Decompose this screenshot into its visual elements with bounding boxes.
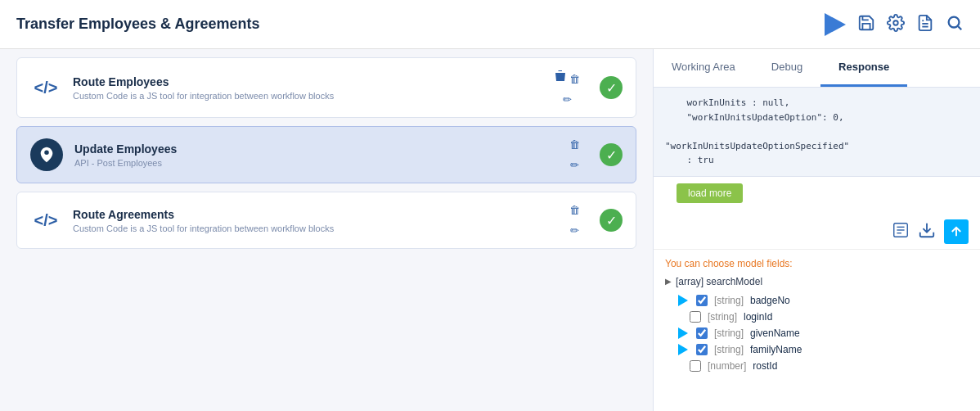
delete-button[interactable]: 🗑 [569,204,580,216]
field-row-familyName: [string] familyName [665,341,969,358]
model-fields-panel: You can choose model fields: ▶ [array] s… [654,250,980,411]
play-button[interactable] [825,13,846,36]
field-row-givenName: [string] givenName [665,325,969,341]
svg-point-1 [893,20,898,25]
arrow-icon [678,344,688,355]
field-name: badgeNo [750,295,790,306]
response-code-area: workInUnits : null, "workInUnitsUpdateOp… [654,88,980,177]
settings-button[interactable] [887,14,905,34]
field-type: [string] [708,311,737,323]
array-label[interactable]: ▶ [array] searchModel [665,276,969,287]
block-content: Route Agreements Custom Code is a JS too… [73,208,558,233]
block-title: Update Employees [74,142,558,156]
block-actions: 🗑 ✏ [555,70,580,106]
field-checkbox-loginId[interactable] [690,311,701,323]
block-title: Route Agreements [73,208,558,221]
svg-marker-0 [825,13,846,36]
code-icon: </> [30,205,61,236]
field-row-rostId: [number] rostId [665,358,969,374]
arrow-icon [678,295,688,306]
workflow-block-update-employees[interactable]: Update Employees API - Post Employees 🗑 … [16,126,636,183]
block-content: Update Employees API - Post Employees [74,142,558,168]
svg-point-4 [949,17,960,28]
right-panel: Working Area Debug Response workInUnits … [653,49,980,411]
header-toolbar [825,13,964,36]
block-content: Route Employees Custom Code is a JS tool… [73,75,543,101]
block-title: Route Employees [73,75,543,88]
field-name: rostId [753,360,777,372]
field-row-badgeNo: [string] badgeNo [665,292,969,309]
tab-working-area[interactable]: Working Area [654,49,753,87]
field-row-loginId: [string] loginId [665,309,969,325]
response-code: workInUnits : null, "workInUnitsUpdateOp… [665,96,969,168]
field-type: [number] [708,360,746,372]
field-name: familyName [750,344,802,355]
edit-button[interactable]: ✏ [570,224,579,237]
save-button[interactable] [857,14,875,34]
workflow-block-route-employees[interactable]: </> Route Employees Custom Code is a JS … [16,57,636,118]
page-title: Transfer Employees & Agreements [16,16,825,33]
delete-button[interactable]: 🗑 [555,70,580,85]
tab-response[interactable]: Response [820,49,907,87]
status-success: ✓ [600,76,623,99]
edit-button[interactable]: ✏ [563,93,572,106]
block-subtitle: Custom Code is a JS tool for integration… [73,91,543,101]
field-name: givenName [750,327,800,339]
block-subtitle: Custom Code is a JS tool for integration… [73,224,558,233]
model-toolbar [654,215,980,250]
status-success: ✓ [600,143,623,166]
code-icon: </> [30,72,61,103]
field-type: [string] [714,344,744,355]
edit-button[interactable]: ✏ [570,159,579,171]
block-actions: 🗑 ✏ [569,204,580,237]
block-actions: 🗑 ✏ [569,138,580,171]
tab-debug[interactable]: Debug [753,49,820,87]
field-checkbox-rostId[interactable] [690,360,701,372]
field-checkbox-givenName[interactable] [696,327,708,339]
arrow-icon [678,327,688,339]
svg-line-5 [958,26,961,29]
load-more-button[interactable]: load more [677,183,743,203]
field-type: [string] [714,327,744,339]
header: Transfer Employees & Agreements [0,0,980,49]
field-checkbox-familyName[interactable] [696,344,708,355]
block-subtitle: API - Post Employees [74,158,558,168]
field-checkbox-badgeNo[interactable] [696,295,708,306]
main-layout: </> Route Employees Custom Code is a JS … [0,49,980,411]
workflow-block-route-agreements[interactable]: </> Route Agreements Custom Code is a JS… [16,192,636,249]
model-fields-label: You can choose model fields: [665,258,969,269]
log-icon[interactable] [892,221,910,242]
tab-bar: Working Area Debug Response [654,49,980,88]
upload-arrow-icon[interactable] [944,219,969,244]
api-icon [30,138,63,171]
pdf-button[interactable] [916,14,934,34]
download-icon[interactable] [918,221,936,242]
delete-button[interactable]: 🗑 [569,138,580,151]
field-type: [string] [714,295,744,306]
workflow-canvas: </> Route Employees Custom Code is a JS … [0,49,653,411]
load-more-container: load more [654,177,980,215]
field-name: loginId [744,311,772,323]
chevron-right-icon: ▶ [665,277,672,286]
search-button[interactable] [946,14,964,34]
status-success: ✓ [600,209,623,232]
